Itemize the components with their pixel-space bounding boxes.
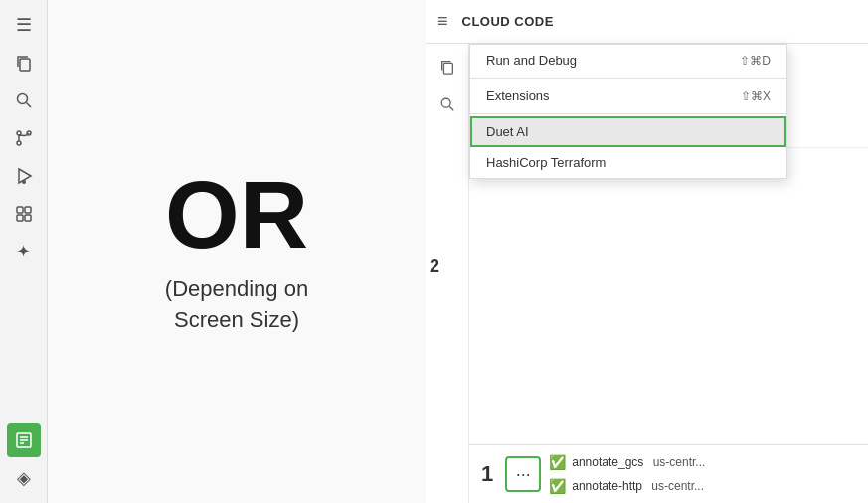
svg-rect-0: [20, 59, 30, 71]
dropdown-run-debug[interactable]: Run and Debug ⇧⌘D: [470, 45, 786, 76]
svg-line-18: [449, 106, 453, 110]
step-number-1: 1: [481, 461, 493, 487]
extensions-icon[interactable]: [7, 197, 41, 231]
notes-icon[interactable]: [7, 423, 41, 457]
panel-copy-icon[interactable]: [433, 52, 462, 82]
service-region-1: us-centr...: [649, 455, 705, 469]
svg-point-4: [17, 141, 21, 145]
service-name-2: annotate-http: [572, 479, 642, 493]
or-label: OR: [165, 167, 308, 262]
depends-label: (Depending onScreen Size): [165, 274, 308, 336]
panel-search-icon[interactable]: [433, 89, 462, 119]
right-panel: ≡ CLOUD CODE ›: [426, 0, 868, 503]
svg-rect-8: [17, 207, 23, 213]
svg-rect-16: [443, 63, 452, 74]
run-debug-icon[interactable]: [7, 159, 41, 193]
top-bar: ≡ CLOUD CODE: [426, 0, 868, 44]
dropdown-menu: Run and Debug ⇧⌘D Extensions ⇧⌘X Duet AI…: [469, 44, 787, 179]
cloud-code-title: CLOUD CODE: [462, 14, 554, 29]
svg-rect-9: [25, 207, 31, 213]
svg-point-17: [441, 98, 450, 107]
copy-icon[interactable]: [7, 46, 41, 80]
middle-section: OR (Depending onScreen Size): [48, 0, 426, 503]
list-item-annotate-http: ✅ annotate-http us-centr...: [549, 475, 705, 497]
sparkle-icon[interactable]: ✦: [7, 235, 41, 268]
dropdown-duet-ai[interactable]: Duet AI: [470, 116, 786, 147]
source-control-icon[interactable]: [7, 121, 41, 155]
svg-line-2: [26, 103, 31, 108]
bottom-row: 1 ··· ✅ annotate_gcs us-centr... ✅ annot…: [469, 445, 868, 503]
dropdown-separator-2: [470, 113, 786, 114]
svg-point-1: [17, 94, 27, 104]
step-number-2: 2: [430, 256, 439, 277]
check-icon-1: ✅: [549, 454, 566, 470]
list-item-annotate-gcs: ✅ annotate_gcs us-centr...: [549, 451, 705, 473]
svg-rect-11: [25, 215, 31, 221]
check-icon-2: ✅: [549, 478, 566, 494]
search-icon[interactable]: [7, 84, 41, 117]
top-hamburger-icon[interactable]: ≡: [437, 11, 448, 32]
dropdown-hashicorp[interactable]: HashiCorp Terraform: [470, 147, 786, 178]
service-region-2: us-centr...: [648, 479, 704, 493]
svg-point-7: [22, 180, 26, 184]
dropdown-extensions[interactable]: Extensions ⇧⌘X: [470, 81, 786, 111]
sidebar: ☰ ✦: [0, 0, 48, 503]
terraform-icon[interactable]: ◈: [7, 461, 41, 495]
bottom-area: 1 ··· ✅ annotate_gcs us-centr... ✅ annot…: [469, 444, 868, 503]
service-name-1: annotate_gcs: [572, 455, 643, 469]
svg-rect-10: [17, 215, 23, 221]
bottom-dots-button[interactable]: ···: [505, 456, 541, 492]
dropdown-separator-1: [470, 78, 786, 79]
hamburger-icon[interactable]: ☰: [7, 8, 41, 42]
